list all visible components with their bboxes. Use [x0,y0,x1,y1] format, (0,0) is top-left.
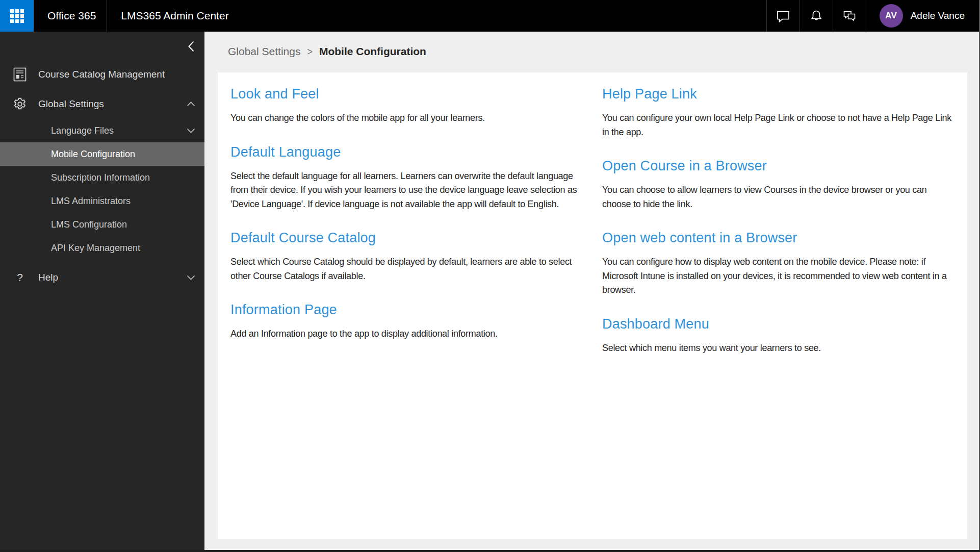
section-description: You can choose to allow learners to view… [602,183,958,211]
help-icon: ? [12,271,28,284]
suite-topbar: Office 365 LMS365 Admin Center [0,0,980,32]
sidebar-item-mobile-configuration[interactable]: Mobile Configuration [0,142,204,166]
sidebar-item-label: Help [38,272,58,283]
sidebar-item-subscription-information[interactable]: Subscription Information [0,166,204,189]
sidebar-item-help[interactable]: ? Help [0,263,204,292]
breadcrumb-parent-link[interactable]: Global Settings [228,45,300,58]
catalog-icon [12,67,28,82]
sidebar-item-lms-configuration[interactable]: LMS Configuration [0,213,204,236]
sidebar-collapse-button[interactable] [186,39,196,54]
feedback-icon [842,9,857,23]
section-default-course-catalog: Default Course Catalog Select which Cour… [230,229,586,283]
sidebar-nav: Course Catalog Management Global Setting… [0,32,204,292]
bell-icon [809,9,823,23]
sidebar-item-lms-administrators[interactable]: LMS Administrators [0,189,204,213]
lms365-admin-screen: Office 365 LMS365 Admin Center [0,0,980,552]
content-panel: Look and Feel You can change the colors … [218,72,967,539]
chat-button[interactable] [766,0,800,32]
breadcrumb: Global Settings > Mobile Configuration [228,45,426,58]
section-help-page-link: Help Page Link You can configure your ow… [602,85,958,139]
section-title-link[interactable]: Dashboard Menu [602,315,958,333]
section-description: Select which Course Catalog should be di… [230,255,586,283]
sidebar-item-course-catalog-management[interactable]: Course Catalog Management [0,60,204,89]
section-look-and-feel: Look and Feel You can change the colors … [230,85,586,126]
sidebar-item-label: Course Catalog Management [38,69,165,80]
sidebar-item-label: Subscription Information [51,172,150,183]
chevron-down-icon [187,128,195,133]
section-description: Add an Information page to the app to di… [230,327,586,341]
section-title-link[interactable]: Look and Feel [230,85,586,103]
chevron-up-icon [187,102,195,107]
app-launcher-button[interactable] [0,0,34,32]
breadcrumb-separator-icon: > [307,45,313,58]
app-title-link[interactable]: LMS365 Admin Center [121,10,228,22]
section-information-page: Information Page Add an Information page… [230,300,586,341]
sidebar-item-global-settings[interactable]: Global Settings [0,89,204,119]
section-title-link[interactable]: Default Course Catalog [230,229,586,247]
sidebar-item-label: Global Settings [38,98,104,110]
section-description: You can change the colors of the mobile … [230,111,586,126]
settings-column-left: Look and Feel You can change the colors … [230,85,586,359]
avatar: AV [880,4,903,28]
sidebar: Course Catalog Management Global Setting… [0,32,204,552]
chevron-down-icon [187,275,195,280]
section-title-link[interactable]: Open Course in a Browser [602,157,958,175]
section-description: You can configure your own local Help Pa… [602,111,958,139]
section-dashboard-menu: Dashboard Menu Select which menu items y… [602,315,958,356]
section-title-link[interactable]: Default Language [230,143,586,161]
section-default-language: Default Language Select the default lang… [230,143,586,212]
user-name: Adele Vance [911,10,965,21]
avatar-initials: AV [885,11,897,21]
sidebar-item-label: Language Files [51,126,114,136]
account-button[interactable]: AV Adele Vance [866,0,980,32]
topbar-divider [107,0,107,32]
feedback-button[interactable] [833,0,866,32]
sidebar-item-language-files[interactable]: Language Files [0,119,204,142]
section-open-web-content-in-a-browser: Open web content in a Browser You can co… [602,229,958,297]
waffle-icon [10,9,24,23]
sidebar-item-label: LMS Configuration [51,219,127,230]
chevron-left-icon [188,41,194,52]
main-area: Global Settings > Mobile Configuration L… [204,32,980,552]
notifications-button[interactable] [800,0,833,32]
window-edge-bottom [0,550,980,552]
section-title-link[interactable]: Help Page Link [602,85,958,103]
section-description: Select the default language for all lear… [230,169,586,212]
sidebar-item-label: LMS Administrators [51,196,131,207]
office-365-brand-link[interactable]: Office 365 [47,10,96,22]
sidebar-item-api-key-management[interactable]: API Key Management [0,236,204,260]
gear-icon [12,96,28,112]
sidebar-item-label: Mobile Configuration [51,149,135,160]
section-open-course-in-a-browser: Open Course in a Browser You can choose … [602,157,958,211]
breadcrumb-current: Mobile Configuration [319,45,426,58]
sidebar-item-label: API Key Management [51,243,140,254]
section-description: You can configure how to display web con… [602,255,958,297]
section-title-link[interactable]: Information Page [230,300,586,319]
chat-icon [776,9,791,23]
section-description: Select which menu items you want your le… [602,341,958,356]
section-title-link[interactable]: Open web content in a Browser [602,229,958,247]
settings-column-right: Help Page Link You can configure your ow… [602,85,958,372]
